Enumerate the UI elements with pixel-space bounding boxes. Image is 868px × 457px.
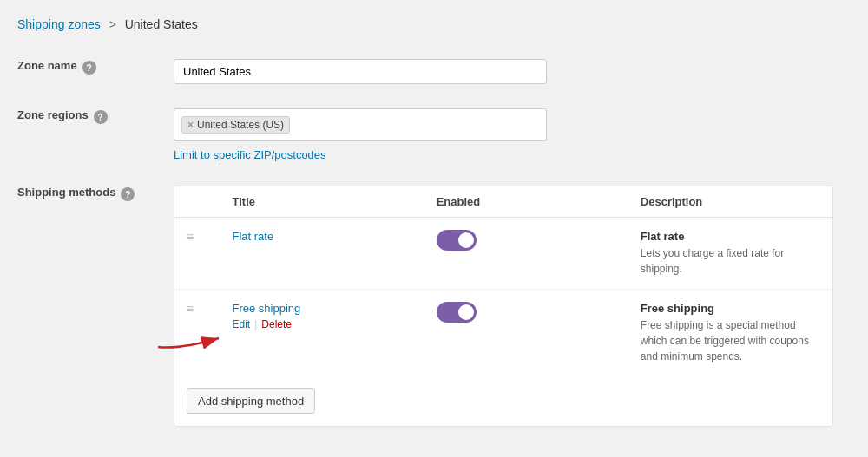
zone-regions-field[interactable]: × United States (US): [174, 108, 547, 141]
col-enabled: Enabled: [424, 186, 628, 218]
method-desc-text: Free shipping is a special method which …: [641, 317, 820, 364]
settings-form: Zone name ? Zone regions ?: [17, 47, 851, 439]
shipping-methods-help-icon[interactable]: ?: [121, 187, 135, 201]
method-action-separator: |: [254, 318, 257, 330]
zone-name-label: Zone name: [17, 59, 77, 72]
zone-regions-label: Zone regions: [17, 108, 89, 121]
col-title: Title: [220, 186, 424, 218]
method-desc-title: Flat rate: [641, 230, 820, 243]
method-desc-text: Lets you charge a fixed rate for shippin…: [641, 245, 820, 277]
method-delete-link[interactable]: Delete: [261, 318, 292, 330]
zone-regions-help-icon[interactable]: ?: [94, 110, 108, 124]
free-shipping-toggle[interactable]: [437, 302, 477, 323]
table-header-row: Title Enabled Description: [174, 186, 832, 218]
drag-handle-icon[interactable]: ≡: [187, 302, 197, 316]
method-edit-link[interactable]: Edit: [232, 318, 250, 330]
add-shipping-method-button[interactable]: Add shipping method: [187, 388, 315, 414]
drag-handle-icon[interactable]: ≡: [187, 230, 197, 244]
zone-name-row: Zone name ?: [17, 47, 851, 96]
shipping-methods-table: Title Enabled Description ≡: [174, 186, 832, 376]
breadcrumb-current: United States: [125, 17, 198, 31]
flat-rate-toggle[interactable]: [437, 230, 477, 251]
region-tag: × United States (US): [181, 116, 290, 134]
shipping-methods-row: Shipping methods ? Title Enabled: [17, 173, 851, 439]
shipping-methods-label: Shipping methods: [17, 186, 115, 199]
col-description: Description: [628, 186, 832, 218]
toggle-slider: [437, 230, 477, 251]
breadcrumb-link[interactable]: Shipping zones: [17, 17, 101, 31]
region-tag-remove[interactable]: ×: [187, 120, 194, 130]
col-drag: [174, 186, 220, 218]
method-desc-title: Free shipping: [641, 302, 820, 315]
toggle-slider: [437, 302, 477, 323]
zip-limit-link[interactable]: Limit to specific ZIP/postcodes: [174, 148, 851, 161]
method-title-link[interactable]: Flat rate: [232, 230, 273, 243]
method-title-link[interactable]: Free shipping: [232, 302, 300, 315]
shipping-methods-table-wrap: Title Enabled Description ≡: [174, 186, 833, 427]
region-tag-label: United States (US): [197, 119, 284, 131]
zone-regions-row: Zone regions ? × United States (US) Limi…: [17, 96, 851, 173]
zone-name-help-icon[interactable]: ?: [82, 61, 96, 75]
method-actions: Edit | Delete: [232, 318, 411, 330]
breadcrumb: Shipping zones > United States: [17, 17, 851, 31]
zone-name-input[interactable]: [174, 59, 547, 84]
table-row: ≡ Flat rate: [174, 218, 832, 290]
breadcrumb-separator: >: [109, 17, 116, 31]
table-row: ≡ Free shipping: [174, 290, 832, 377]
